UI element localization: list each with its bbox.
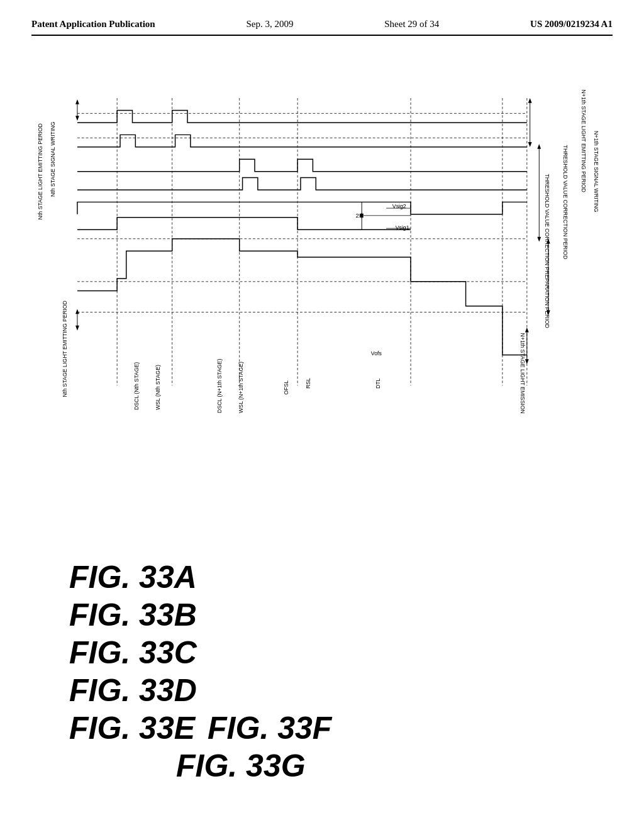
fig-33d-label: FIG. 33D: [69, 672, 197, 709]
fig-33f-label: FIG. 33F: [208, 710, 331, 746]
svg-marker-39: [528, 142, 532, 147]
page-header: Patent Application Publication Sep. 3, 2…: [31, 19, 613, 36]
svg-marker-32: [75, 99, 79, 104]
timing-diagram: Nth STAGE LIGHT EMITTING PERIOD Nth STAG…: [31, 42, 613, 558]
svg-marker-47: [525, 328, 529, 333]
svg-text:RSL: RSL: [305, 378, 311, 389]
svg-text:N+1th STAGE LIGHT EMISSION: N+1th STAGE LIGHT EMISSION: [519, 333, 526, 414]
svg-text:DSCL (Nth STAGE): DSCL (Nth STAGE): [133, 362, 140, 410]
svg-text:Vofs: Vofs: [371, 350, 382, 357]
svg-text:DSCL (N+1th STAGE): DSCL (N+1th STAGE): [216, 359, 223, 413]
svg-text:THRESHOLD VALUE CORRECTION PER: THRESHOLD VALUE CORRECTION PERIOD: [562, 145, 569, 260]
page: Patent Application Publication Sep. 3, 2…: [0, 0, 644, 830]
svg-text:Nth STAGE SIGNAL WRITING: Nth STAGE SIGNAL WRITING: [50, 121, 56, 197]
fig-33a-label: FIG. 33A: [69, 559, 197, 595]
svg-text:N+1th STAGE LIGHT EMITTING PER: N+1th STAGE LIGHT EMITTING PERIOD: [580, 89, 587, 192]
fig-33g-label: FIG. 33G: [176, 748, 306, 784]
svg-marker-38: [528, 98, 532, 103]
svg-text:WSL (Nth STAGE): WSL (Nth STAGE): [155, 365, 161, 410]
svg-text:DTL: DTL: [375, 378, 381, 389]
svg-text:WSL (N+1th STAGE): WSL (N+1th STAGE): [238, 362, 244, 413]
svg-text:Nth STAGE LIGHT EMITTING PERIO: Nth STAGE LIGHT EMITTING PERIOD: [38, 123, 44, 219]
fig-33e-label: FIG. 33E: [69, 710, 195, 746]
patent-number-label: US 2009/0219234 A1: [530, 19, 613, 30]
svg-text:OFSL: OFSL: [284, 380, 290, 395]
svg-marker-36: [75, 326, 79, 331]
fig-33c-label: FIG. 33C: [69, 634, 197, 671]
svg-marker-42: [537, 237, 541, 242]
diagram-area: Nth STAGE LIGHT EMITTING PERIOD Nth STAG…: [31, 42, 613, 784]
svg-text:THRESHOLD VALUE CORRECTION PRE: THRESHOLD VALUE CORRECTION PREPARATION P…: [544, 174, 550, 328]
svg-text:Vsig2: Vsig2: [392, 203, 406, 209]
svg-text:Nth STAGE LIGHT EMITTING PERIO: Nth STAGE LIGHT EMITTING PERIOD: [62, 301, 68, 397]
svg-marker-35: [75, 309, 79, 314]
publication-label: Patent Application Publication: [31, 19, 155, 30]
svg-marker-41: [537, 144, 541, 149]
svg-marker-33: [75, 116, 79, 121]
sheet-label: Sheet 29 of 34: [384, 19, 439, 30]
figure-labels-container: FIG. 33A FIG. 33B FIG. 33C FIG. 33D FIG.…: [69, 559, 635, 784]
date-label: Sep. 3, 2009: [246, 19, 293, 30]
svg-text:N+1th STAGE SIGNAL WRITING: N+1th STAGE SIGNAL WRITING: [593, 131, 599, 213]
fig-33b-label: FIG. 33B: [69, 597, 197, 633]
